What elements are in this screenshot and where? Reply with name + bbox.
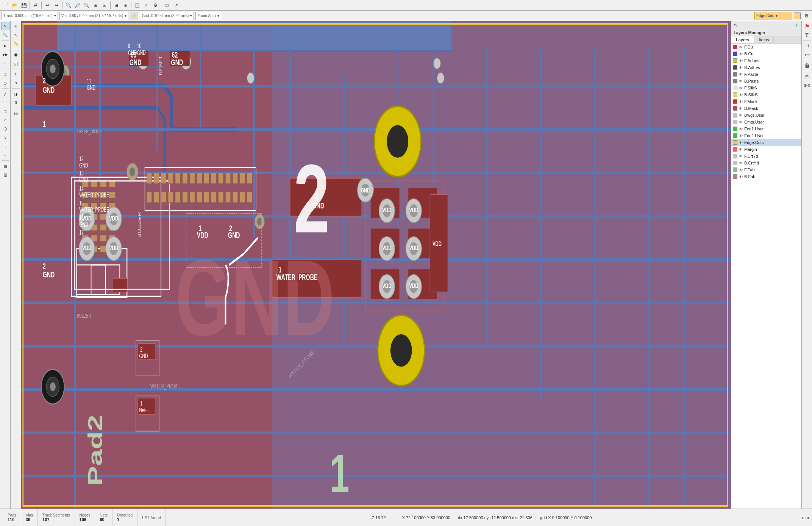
layer-visibility-icon[interactable]: 👁 <box>739 120 743 124</box>
layer-visibility-icon[interactable]: 👁 <box>739 72 743 77</box>
add-footprint-icon[interactable]: □ <box>1 70 9 78</box>
zoom-dropdown[interactable]: Zoom Auto ▾ <box>195 12 221 20</box>
open-file-icon[interactable]: 📂 <box>11 1 19 9</box>
layer-visibility-icon[interactable]: 👁 <box>739 59 743 63</box>
find-icon[interactable]: 🔍 <box>64 1 72 9</box>
draw-arc-icon[interactable]: ⌒ <box>1 99 9 107</box>
align-icon[interactable]: ⊣ <box>803 42 811 50</box>
pcb-canvas[interactable]: BUZZER 9 GND 10 GND 11 GND 12 GND 13 GND… <box>21 21 731 509</box>
layer-visibility-icon[interactable]: 👁 <box>739 147 743 152</box>
layer-visibility-icon[interactable]: 👁 <box>739 134 743 138</box>
route-diff-pair-icon[interactable]: ▶▶ <box>1 50 9 59</box>
layer-visibility-icon[interactable]: 👁 <box>739 161 743 165</box>
layer-visibility-icon[interactable]: 👁 <box>739 52 743 56</box>
board-stats-icon[interactable]: 📊 <box>12 59 20 67</box>
layer-item[interactable]: 👁F.CrtYd <box>731 153 801 160</box>
show-3d-icon[interactable]: 3D <box>12 110 20 118</box>
layer-item[interactable]: 👁B.Mask <box>731 105 801 112</box>
layer-item[interactable]: 👁B.CrtYd <box>731 160 801 166</box>
draw-rect-icon[interactable]: □ <box>1 107 9 116</box>
layer-item[interactable]: 👁F.Adhes <box>731 57 801 64</box>
layer-visibility-icon[interactable]: 👁 <box>739 79 743 83</box>
export-icon[interactable]: ↗ <box>172 1 180 9</box>
layer-visibility-icon[interactable]: 👁 <box>739 106 743 111</box>
zoom-in-icon[interactable]: 🔎 <box>73 1 81 9</box>
layer-item[interactable]: 👁Eco2.User <box>731 132 801 139</box>
length-tuning-icon[interactable]: ≈ <box>1 59 9 67</box>
layer-item[interactable]: 👁Margin <box>731 146 801 153</box>
select-tool-icon[interactable]: ↖ <box>1 22 9 30</box>
rule-area-icon[interactable]: ▧ <box>1 171 9 179</box>
netlist-icon[interactable]: 📋 <box>133 1 141 9</box>
layer-item[interactable]: 👁B.Paste <box>731 78 801 85</box>
layer-item[interactable]: 👁Edge.Cuts <box>731 139 801 146</box>
add-layer-icon[interactable]: + <box>794 22 800 28</box>
ratsnest-icon[interactable]: ⊞ <box>112 1 120 9</box>
net-inspector-icon[interactable]: ◉ <box>12 50 20 59</box>
layer-item[interactable]: 👁F.Cu <box>731 44 801 50</box>
layer-visibility-icon[interactable]: 👁 <box>739 86 743 90</box>
layer-visibility-icon[interactable]: 👁 <box>739 45 743 49</box>
setup-icon[interactable]: ⚙ <box>151 1 159 9</box>
layer-dropdown[interactable]: Edge.Cuts ▾ <box>754 12 792 20</box>
draw-bezier-icon[interactable]: ∿ <box>1 133 9 142</box>
layer-visibility-icon[interactable]: 👁 <box>739 141 743 145</box>
add-text-icon[interactable]: T <box>1 142 9 150</box>
draw-line-icon[interactable]: ╱ <box>1 90 9 98</box>
new-file-icon[interactable]: 📄 <box>2 1 10 9</box>
drc-icon[interactable]: ✓ <box>142 1 150 9</box>
delete-icon[interactable]: 🗑 <box>803 61 811 70</box>
mirror-icon[interactable]: ⟺ <box>803 50 811 59</box>
drc-run-icon[interactable]: ⚑ <box>803 22 811 30</box>
layer-item[interactable]: 👁B.Adhes <box>731 64 801 71</box>
layer-visibility-icon[interactable]: 👁 <box>739 66 743 70</box>
route-tracks-icon[interactable]: ▶ <box>1 42 9 50</box>
footprint-wizard-icon[interactable]: ⊞ <box>803 72 811 81</box>
layer-visibility-icon[interactable]: 👁 <box>739 127 743 131</box>
zoom-out-icon[interactable]: 🔍 <box>82 1 91 9</box>
add-dimension-icon[interactable]: ↔ <box>1 151 9 159</box>
pad-number-icon[interactable]: 1 <box>12 70 20 78</box>
layers-list[interactable]: 👁F.Cu👁B.Cu👁F.Adhes👁B.Adhes👁F.Paste👁B.Pas… <box>731 44 801 509</box>
layer-item[interactable]: 👁Dwgs.User <box>731 112 801 119</box>
add-zone-icon[interactable]: ▦ <box>1 162 9 170</box>
layer-item[interactable]: 👁Eco1.User <box>731 125 801 132</box>
flip-board-icon[interactable]: ⇅ <box>12 99 20 107</box>
tab-items[interactable]: Items <box>754 36 774 43</box>
layer-item[interactable]: 👁F.SilkS <box>731 85 801 91</box>
3d-icon[interactable]: □ <box>163 1 171 9</box>
layer-item[interactable]: 👁F.Fab <box>731 166 801 173</box>
inspect-icon[interactable]: 🔍 <box>1 31 9 39</box>
layer-item[interactable]: 👁B.SilkS <box>731 91 801 98</box>
draw-polygon-icon[interactable]: ⬡ <box>1 125 9 133</box>
zoom-select-icon[interactable]: ⊡ <box>100 1 109 9</box>
layer-item[interactable]: 👁F.Paste <box>731 71 801 78</box>
redo-icon[interactable]: ↪ <box>52 1 61 9</box>
via-size-dropdown[interactable]: Via: 0.80 / 0.40 mm (31.5 / 15.7 mils) ▾ <box>59 12 129 20</box>
ruler-icon[interactable]: 📏 <box>12 39 20 48</box>
layer-visibility-icon[interactable]: 👁 <box>739 154 743 158</box>
high-contrast-icon[interactable]: ◑ <box>12 90 20 98</box>
save-file-icon[interactable]: 💾 <box>20 1 28 9</box>
layer-item[interactable]: 👁Cmts.User <box>731 119 801 125</box>
zoom-fit-icon[interactable]: ⊞ <box>91 1 100 9</box>
layer-item[interactable]: 👁F.Mask <box>731 98 801 105</box>
layer-item[interactable]: 👁B.Fab <box>731 173 801 180</box>
undo-icon[interactable]: ↩ <box>43 1 52 9</box>
track-width-dropdown[interactable]: Track: 0.500 mm (19.69 mils) ▾ <box>2 12 58 20</box>
select-icon[interactable]: ↖ <box>733 22 739 28</box>
pad-net-icon[interactable]: N <box>12 79 20 87</box>
scripting-icon[interactable]: ⚙⚙ <box>803 81 811 89</box>
draw-circle-icon[interactable]: ○ <box>1 116 9 124</box>
toggle-grid-icon[interactable]: ⊞ <box>12 22 20 30</box>
layer-visibility-icon[interactable]: 👁 <box>739 175 743 179</box>
interactive-router-icon[interactable]: ⚡ <box>130 12 138 20</box>
layer-visibility-icon[interactable]: 👁 <box>739 93 743 97</box>
toggle-ratsnest-icon[interactable]: ∿ <box>12 31 20 39</box>
print-icon[interactable]: 🖨 <box>31 1 40 9</box>
grid-dropdown[interactable]: Grid: 0.1000 mm (3.94 mils) ▾ <box>140 12 194 20</box>
tab-layers[interactable]: Layers <box>731 36 754 43</box>
layer-visibility-icon[interactable]: 👁 <box>739 100 743 104</box>
layer-item[interactable]: 👁B.Cu <box>731 50 801 57</box>
layer-visibility-icon[interactable]: 👁 <box>739 113 743 117</box>
